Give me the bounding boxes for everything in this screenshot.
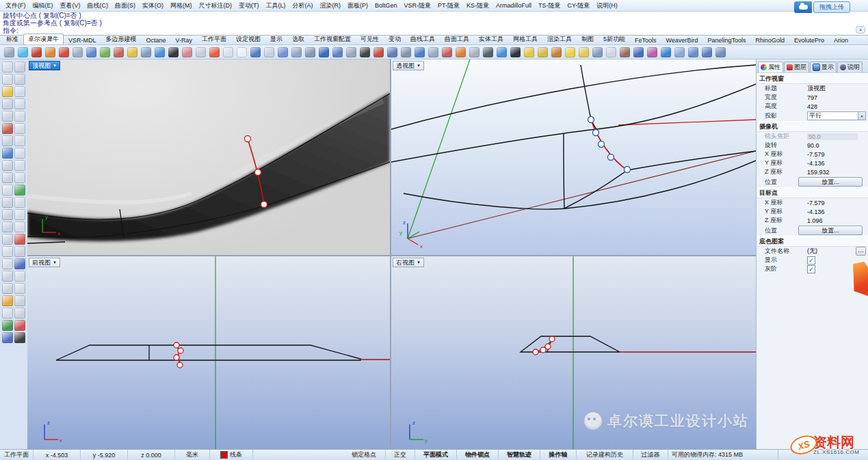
control-point[interactable] [177, 362, 183, 368]
menu-render[interactable]: 渲染(R) [317, 1, 345, 11]
sidebar-tool-icon[interactable] [14, 111, 25, 122]
panel-tab-display[interactable]: 显示 [810, 62, 837, 72]
toolbar-icon[interactable] [360, 47, 370, 57]
toolbar-icon[interactable] [278, 47, 288, 57]
sidebar-tool-icon[interactable] [2, 308, 13, 319]
menu-analyze[interactable]: 分析(A) [289, 1, 317, 11]
sidebar-tool-icon[interactable] [14, 160, 25, 171]
toolbar-icon[interactable] [196, 47, 206, 57]
sidebar-tool-icon[interactable] [2, 234, 13, 245]
menu-surface[interactable]: 曲面(S) [111, 1, 139, 11]
tab-visibility[interactable]: 可见性 [356, 33, 384, 44]
menu-help[interactable]: 说明(H) [593, 1, 621, 11]
panel-tab-help[interactable]: 说明 [837, 62, 863, 72]
toolbar-icon[interactable] [237, 47, 247, 57]
toolbar-icon[interactable] [141, 47, 151, 57]
sidebar-tool-icon[interactable] [14, 234, 25, 245]
toolbar-icon[interactable] [661, 47, 671, 57]
status-cplane[interactable]: 工作平面 [0, 450, 34, 460]
toolbar-icon[interactable] [524, 47, 534, 57]
control-point[interactable] [245, 136, 251, 142]
sidebar-tool-icon[interactable] [2, 172, 13, 183]
tab-viewport-layout[interactable]: 工作视窗配置 [309, 33, 356, 44]
toolbar-icon[interactable] [633, 47, 644, 57]
cloud-icon[interactable] [794, 1, 812, 13]
toolbar-icon[interactable] [592, 47, 603, 57]
control-point[interactable] [608, 154, 614, 161]
toolbar-icon[interactable] [264, 47, 274, 57]
tab-select[interactable]: 选取 [287, 33, 309, 44]
tab-curve-tools[interactable]: 曲线工具 [406, 33, 440, 44]
sidebar-tool-icon[interactable] [2, 135, 13, 146]
command-collapse-button[interactable]: ▴ [856, 26, 865, 33]
control-point[interactable] [255, 170, 261, 176]
menu-edit[interactable]: 编辑(E) [29, 1, 57, 11]
sidebar-tool-icon[interactable] [14, 135, 25, 146]
toolbar-icon[interactable] [387, 47, 397, 57]
sidebar-tool-icon[interactable] [2, 185, 13, 195]
toolbar-icon[interactable] [428, 47, 438, 57]
menu-ts[interactable]: TS-随意 [535, 1, 564, 11]
toolbar-icon[interactable] [86, 47, 96, 57]
viewport-front[interactable]: z x 前视图▼ [27, 256, 390, 450]
tab-display[interactable]: 显示 [265, 33, 287, 44]
sidebar-tool-icon[interactable] [14, 197, 25, 208]
menu-cy[interactable]: CY-随意 [564, 1, 594, 11]
menu-solid[interactable]: 实体(O) [139, 1, 167, 11]
top-view-canvas[interactable]: y x [27, 59, 390, 255]
toolbar-icon[interactable] [346, 47, 356, 57]
sidebar-tool-icon[interactable] [2, 258, 13, 269]
panel-tab-properties[interactable]: 属性 [758, 62, 783, 72]
menu-file[interactable]: 文件(F) [2, 1, 29, 11]
control-point[interactable] [174, 342, 179, 348]
sidebar-tool-icon[interactable] [2, 246, 13, 257]
toolbar-icon[interactable] [45, 47, 55, 57]
sidebar-tool-icon[interactable] [2, 209, 13, 220]
sidebar-tool-icon[interactable] [14, 123, 25, 134]
toolbar-icon[interactable] [647, 47, 657, 57]
sidebar-tool-icon[interactable] [14, 74, 25, 85]
toolbar-icon[interactable] [551, 47, 562, 57]
sidebar-tool-icon[interactable] [14, 86, 25, 97]
status-osnap[interactable]: 物件锁点 [457, 450, 499, 460]
control-point[interactable] [593, 130, 599, 136]
toolbar-icon[interactable] [565, 47, 575, 57]
toolbar-icon[interactable] [291, 47, 302, 57]
control-point[interactable] [624, 167, 631, 173]
sidebar-tool-icon[interactable] [2, 295, 13, 306]
control-point[interactable] [174, 355, 179, 360]
toolbar-icon[interactable] [59, 47, 69, 57]
sidebar-tool-icon[interactable] [2, 123, 13, 134]
sidebar-tool-icon[interactable] [2, 221, 13, 232]
menu-view[interactable]: 查看(V) [57, 1, 84, 11]
status-layer[interactable]: 线条 [210, 450, 253, 460]
sidebar-tool-icon[interactable] [2, 332, 13, 343]
toolbar-icon[interactable] [469, 47, 479, 57]
toolbar-icon[interactable] [688, 47, 698, 57]
tab-cplane[interactable]: 工作平面 [197, 33, 231, 44]
camera-place-button[interactable]: 放置... [798, 177, 863, 187]
menu-pt[interactable]: PT-随意 [434, 1, 463, 11]
status-units[interactable]: 毫米 [175, 450, 210, 460]
sidebar-tool-icon[interactable] [2, 320, 13, 331]
control-point[interactable] [588, 117, 594, 123]
sidebar-tool-icon[interactable] [14, 332, 25, 343]
tab-surface-tools[interactable]: 曲面工具 [440, 33, 474, 44]
toolbar-icon[interactable] [223, 47, 233, 57]
sidebar-tool-icon[interactable] [14, 62, 25, 72]
toolbar-icon[interactable] [620, 47, 630, 57]
control-point[interactable] [540, 347, 546, 353]
toolbar-icon[interactable] [127, 47, 137, 57]
toolbar-icon[interactable] [483, 47, 493, 57]
toolbar-icon[interactable] [168, 47, 179, 57]
toolbar-icon[interactable] [456, 47, 466, 57]
toolbar-icon[interactable] [579, 47, 589, 57]
sidebar-tool-icon[interactable] [14, 172, 25, 183]
menu-panels[interactable]: 面板(P) [344, 1, 371, 11]
toolbar-icon[interactable] [209, 47, 220, 57]
tab-render-tools[interactable]: 渲染工具 [542, 33, 577, 44]
tab-arion[interactable]: Arion [829, 36, 853, 44]
menu-boltgen[interactable]: BoltGen [371, 1, 401, 10]
tab-set-view[interactable]: 设定视图 [231, 33, 265, 44]
tab-octane[interactable]: Octane [142, 36, 171, 44]
